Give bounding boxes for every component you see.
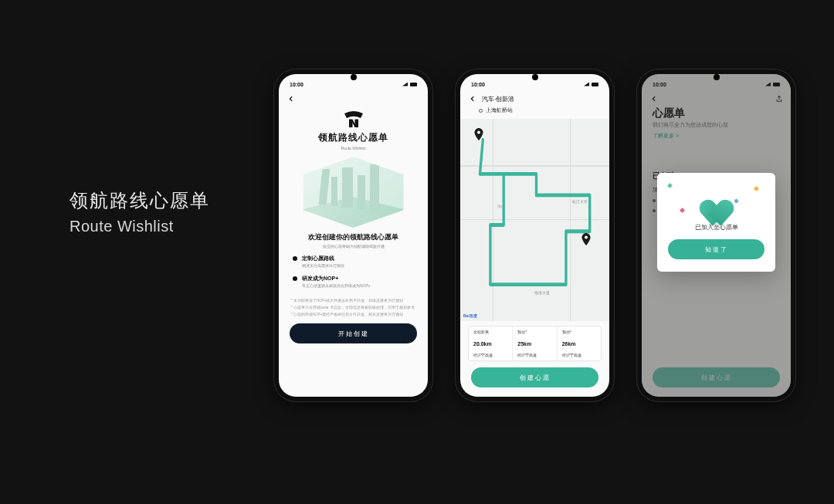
svg-point-1 [585,236,588,239]
start-create-button[interactable]: 开始创建 [290,323,417,343]
confetti-icon [680,208,685,213]
status-time: 10:00 [471,82,485,87]
stat-2[interactable]: 预估* 25km 经沪宁高速 [513,326,557,360]
page-subtitle: Route Wishlist [279,146,428,151]
route-stats: 全程距离 20.0km 经沪宁高速 预估* 25km 经沪宁高速 预估* 26k… [468,326,602,361]
phone-1: 10:00 领航路线心愿单 Route Wishlist [274,69,432,401]
top-nav: 汽车·创新港 [460,91,609,107]
city-illustration [303,157,404,228]
destination-row[interactable]: 上海虹桥站 [460,107,609,119]
battery-icon [410,83,417,86]
svg-point-0 [477,131,480,134]
bullet-2-desc: 常走心愿道路未来或优先升级成为NOP+ [302,283,371,289]
battery-icon [592,83,598,86]
brand-logo [342,111,365,130]
bullet-1-desc: 精准关注高需求出行路段 [302,263,344,269]
map-label: 洋山 [497,204,505,208]
confetti-icon [667,183,673,188]
bullet-dot-icon [293,276,297,281]
confetti-icon [754,186,759,191]
stat-1[interactable]: 全程距离 20.0km 经沪宁高速 [469,326,513,360]
slide-title-cn: 领航路线心愿单 [70,188,210,213]
slide-titles: 领航路线心愿单 Route Wishlist [70,188,210,235]
disclaimer-2: * 心愿单只会存储route 卡信息，全部信息将被脱敏处理，仅用于规划参考 [291,306,415,311]
phone-2: 10:00 汽车·创新港 上海虹桥站 [456,69,614,401]
disclaimer-block: * 本功能将基于NOP+技术并逐步向用户开放，后续进展将另行通知 * 心愿单只会… [279,294,428,317]
bullet-1: 定制心愿路线 精准关注高需求出行路段 [293,255,414,269]
bullet-1-title: 定制心愿路线 [302,255,344,262]
heart-icon [701,190,732,218]
signal-icon [402,83,408,86]
map-label: 松江大学 [572,199,588,204]
slide-title-en: Route Wishlist [70,218,210,235]
back-icon[interactable] [286,94,296,103]
phone-3: 10:00 心愿单 我们将尽全力为您达成您的心愿 了解更多 > 已创建 [637,69,795,401]
signal-icon [584,83,589,86]
map-provider-logo: Bai百度 [463,313,477,318]
status-time: 10:00 [290,82,303,87]
camera-notch [351,74,357,80]
page-title: 领航路线心愿单 [279,131,428,144]
camera-notch [714,74,720,80]
modal-message: 已加入至心愿单 [668,224,764,232]
map-pin-origin-icon [474,128,483,140]
map-view[interactable]: 洋山 松江大学 临港大道 Bai百度 [460,119,609,321]
origin-label[interactable]: 汽车·创新港 [482,95,514,103]
create-wish-button[interactable]: 创建心愿 [471,367,598,387]
destination-label: 上海虹桥站 [486,107,513,114]
confetti-icon [734,198,739,204]
modal-confirm-button[interactable]: 知道了 [668,239,764,259]
back-icon[interactable] [468,94,477,103]
success-modal: 已加入至心愿单 知道了 [657,173,775,272]
location-dot-icon [479,109,483,113]
welcome-title: 欢迎创建你的领航路线心愿单 [279,232,428,242]
disclaimer-3: * 心愿的升级NOP+需经严格评估后方可开放，相关进展将另行通知 [291,313,415,318]
bullet-2-title: 研发成为NOP+ [302,275,371,282]
map-label: 临港大道 [534,290,550,295]
top-nav [279,91,428,107]
bullet-2: 研发成为NOP+ 常走心愿道路未来或优先升级成为NOP+ [293,275,414,289]
disclaimer-1: * 本功能将基于NOP+技术并逐步向用户开放，后续进展将另行通知 [291,299,403,303]
camera-notch [532,74,538,80]
map-pin-dest-icon [581,233,591,245]
stat-3[interactable]: 预估* 26km 经沪宁高速 [558,326,601,360]
bullet-dot-icon [293,256,297,261]
